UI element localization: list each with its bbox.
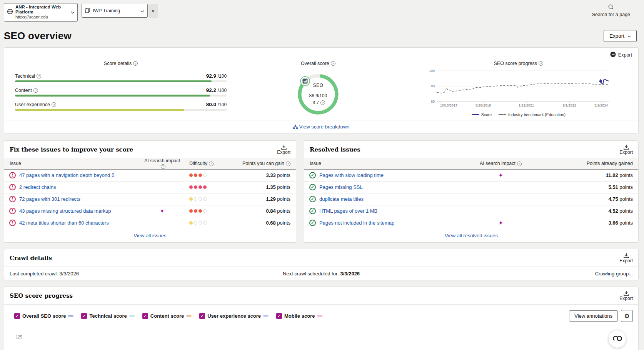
resolved-link[interactable]: Pages missing SSL (319, 184, 363, 190)
issue-row: !43 pages missing structured data markup… (4, 205, 296, 217)
group-selector-dropdown[interactable]: IWP Training (82, 4, 148, 18)
checkbox-checked-icon: ✓ (14, 313, 20, 319)
series-color-swatch (68, 315, 73, 317)
svg-text:10/10/2017: 10/10/2017 (440, 103, 457, 107)
technical-score-bar (15, 80, 227, 82)
help-icon[interactable]: ? (539, 61, 543, 66)
check-icon: ✓ (309, 220, 316, 226)
help-icon[interactable]: ? (33, 88, 38, 93)
toggle-mobile-score[interactable]: ✓ Mobile score (276, 313, 322, 319)
view-all-issues-link[interactable]: View all issues (133, 233, 166, 238)
alert-icon: ! (9, 172, 16, 178)
page-title: SEO overview (4, 30, 72, 42)
gear-icon: ⚙ (624, 312, 629, 320)
overall-score-section: Overall score? SEO 86.9/100 (234, 58, 403, 117)
toggle-user-experience-score[interactable]: ✓ User experience score (199, 313, 269, 319)
ai-impact-icon: ✦ (467, 220, 534, 227)
difficulty-dots (186, 221, 232, 225)
help-icon[interactable]: ? (161, 164, 165, 169)
resolved-row: ✓HTML pages of over 1 MB ✦ 4.52 points (304, 205, 638, 217)
help-icon[interactable]: ? (52, 102, 56, 107)
score-row-user-experience: User experience? 80.0 /100 (15, 102, 227, 111)
floating-widget-button[interactable] (609, 330, 626, 348)
crawl-details-title: Crawl details (10, 253, 52, 262)
overall-score-ring: SEO 86.9/100 -3.7? (295, 72, 341, 117)
help-icon[interactable]: ? (133, 61, 138, 66)
alert-icon: ! (9, 220, 16, 226)
alert-icon: ! (9, 196, 16, 202)
series-color-swatch (129, 315, 135, 317)
overall-score-title: Overall score (301, 61, 329, 66)
crawling-group: Crawling group... (425, 271, 633, 277)
issue-link[interactable]: 43 pages missing structured data markup (19, 208, 111, 214)
difficulty-dots (186, 173, 232, 177)
progress-export[interactable]: Export (619, 291, 633, 301)
top-bar: ANR - Integrated Web Platform https://uc… (4, 3, 639, 22)
seo-overview-page: ANR - Integrated Web Platform https://uc… (0, 0, 644, 350)
view-annotations-button[interactable]: View annotations (569, 310, 618, 322)
chevron-down-icon (627, 33, 631, 39)
help-icon[interactable]: ? (37, 74, 41, 78)
resolved-link[interactable]: HTML pages of over 1 MB (319, 208, 377, 214)
series-color-swatch (263, 315, 269, 317)
score-row-technical: Technical? 92.9 /100 (15, 73, 227, 82)
check-icon: ✓ (309, 172, 316, 178)
fix-issues-export[interactable]: Export (277, 145, 290, 155)
help-icon[interactable]: ? (286, 162, 290, 166)
globe-icon (7, 8, 13, 16)
help-icon[interactable]: ? (209, 162, 214, 166)
issue-link[interactable]: 42 meta titles shorter than 60 character… (19, 220, 109, 226)
chevron-down-icon (71, 9, 75, 15)
clear-group-button[interactable]: × (148, 4, 158, 18)
resolved-header: Issue AI search impact? Points already g… (304, 158, 638, 170)
checkbox-checked-icon: ✓ (276, 313, 282, 319)
toggle-overall-seo-score[interactable]: ✓ Overall SEO score (14, 313, 73, 319)
resolved-link[interactable]: Pages with slow loading time (319, 172, 384, 178)
svg-text:5/28/2019: 5/28/2019 (475, 103, 491, 107)
search-for-page[interactable]: Search for a page (592, 4, 630, 17)
download-icon (624, 253, 629, 258)
seo-score-progress-panel: SEO score progress Export ✓ Overall SEO … (4, 287, 639, 350)
download-icon (281, 145, 287, 150)
resolved-link[interactable]: duplicate meta titles (319, 196, 364, 202)
help-icon[interactable]: ? (517, 162, 522, 166)
score-panel-export[interactable]: Export (4, 48, 638, 58)
chart-settings-button[interactable]: ⚙ (621, 310, 633, 322)
resolved-link[interactable]: Pages not included in the sitemap (319, 220, 394, 226)
view-all-resolved-link[interactable]: View all resolved issues (445, 233, 498, 238)
help-icon[interactable]: ? (320, 100, 325, 105)
crawl-export[interactable]: Export (619, 253, 633, 263)
title-row: SEO overview Export (4, 30, 639, 42)
issue-link[interactable]: 72 pages with 301 redirects (19, 196, 80, 202)
site-selector-dropdown[interactable]: ANR - Integrated Web Platform https://uc… (4, 3, 78, 22)
check-icon: ✓ (309, 196, 316, 202)
chart-gridline (45, 337, 631, 337)
issue-row: !2 redirect chains ✦ 1.35 points (4, 182, 296, 193)
seo-progress-title: SEO score progress (10, 291, 73, 299)
resolved-export[interactable]: Export (619, 145, 633, 155)
svg-text:100: 100 (429, 69, 435, 73)
view-score-breakdown-link[interactable]: View score breakdown (293, 124, 350, 130)
download-icon (624, 145, 629, 150)
toggle-content-score[interactable]: ✓ Content score (142, 313, 192, 319)
overall-score-value: 86.9/100 (309, 88, 327, 99)
seo-score-progress-mini-chart: 100806010/10/20175/28/20191/12/20219/1/2… (424, 68, 613, 112)
pages-icon (85, 8, 90, 14)
issue-row: !42 meta titles shorter than 60 characte… (4, 217, 296, 229)
page-export-button[interactable]: Export (604, 30, 637, 42)
toggle-technical-score[interactable]: ✓ Technical score (81, 313, 134, 319)
issue-link[interactable]: 2 redirect chains (19, 184, 56, 190)
legend-score: Score (481, 112, 492, 117)
issue-link[interactable]: 47 pages with a navigation depth beyond … (19, 172, 114, 178)
legend-benchmark: Industry benchmark (Education) (508, 112, 566, 117)
svg-text:5/1/2024: 5/1/2024 (594, 103, 608, 107)
chevron-down-icon (140, 8, 144, 14)
crawl-details-panel: Crawl details Export Last completed craw… (4, 249, 639, 280)
score-delta: -3.7 (311, 100, 319, 105)
search-label: Search for a page (592, 12, 630, 17)
svg-text:80: 80 (431, 84, 435, 88)
help-icon[interactable]: ? (331, 61, 335, 66)
checkbox-checked-icon: ✓ (142, 313, 148, 319)
group-label: IWP Training (93, 8, 138, 13)
site-title: ANR - Integrated Web Platform (15, 5, 68, 15)
